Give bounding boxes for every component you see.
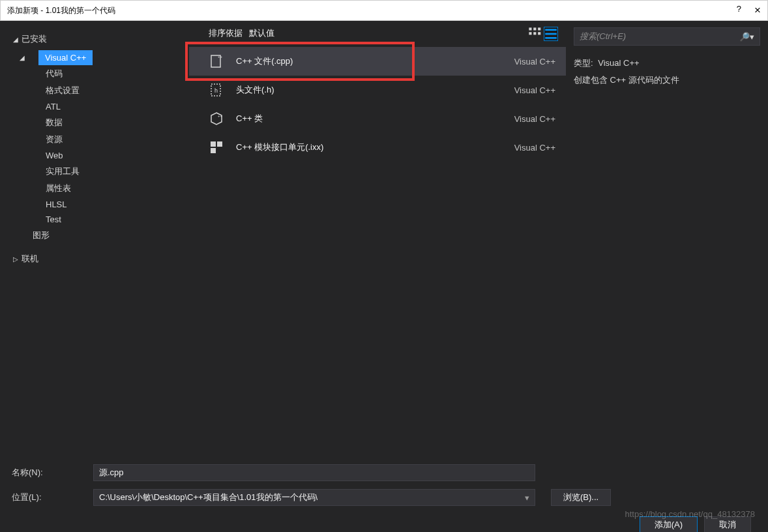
name-input[interactable]: 源.cpp xyxy=(93,464,535,481)
bottom-form: 名称(N): 源.cpp 位置(L): C:\Users\小敏\Desktop\… xyxy=(0,456,768,532)
template-module[interactable]: C++ 模块接口单元(.ixx) Visual C++ xyxy=(189,133,566,162)
search-placeholder: 搜索(Ctrl+E) xyxy=(580,31,739,42)
sidebar-item-hlsl[interactable]: HLSL xyxy=(8,197,189,212)
action-buttons: 添加(A) 取消 xyxy=(12,516,756,532)
search-icon: 🔎▾ xyxy=(739,32,754,42)
svg-rect-3 xyxy=(529,32,531,35)
sidebar-item-resource[interactable]: 资源 xyxy=(8,131,189,148)
template-topbar: 排序依据 默认值 xyxy=(189,21,566,47)
online-label: 联机 xyxy=(22,253,38,265)
svg-rect-1 xyxy=(533,27,536,30)
svg-rect-5 xyxy=(538,32,540,35)
sidebar-item-graphics[interactable]: 图形 xyxy=(8,227,189,244)
category-sidebar: ◢ 已安装 ◢ Visual C++ 代码 格式设置 ATL 数据 资源 Web… xyxy=(0,21,189,456)
name-label: 名称(N): xyxy=(12,467,93,479)
svg-text:++: ++ xyxy=(218,114,223,118)
sidebar-item-property[interactable]: 属性表 xyxy=(8,180,189,197)
sidebar-item-atl[interactable]: ATL xyxy=(8,99,189,114)
location-label: 位置(L): xyxy=(12,492,93,503)
location-row: 位置(L): C:\Users\小敏\Desktop\C++项目集合\1.01我… xyxy=(12,489,756,506)
template-list: ++ C++ 文件(.cpp) Visual C++ h 头文件(.h) Vis… xyxy=(189,47,566,456)
cpp-file-icon: ++ xyxy=(209,53,224,69)
template-name: C++ 模块接口单元(.ixx) xyxy=(236,141,503,153)
window-title: 添加新项 - 1.01我的第一个代码 xyxy=(7,5,737,16)
window-controls: ? × xyxy=(737,4,761,17)
description-panel: 搜索(Ctrl+E) 🔎▾ 类型: Visual C++ 创建包含 C++ 源代… xyxy=(566,21,768,456)
cancel-button[interactable]: 取消 xyxy=(704,516,751,532)
svg-rect-0 xyxy=(529,27,531,30)
template-cpp-class[interactable]: ++ C++ 类 Visual C++ xyxy=(189,104,566,133)
close-button[interactable]: × xyxy=(754,4,761,17)
template-lang: Visual C++ xyxy=(514,57,555,66)
svg-rect-6 xyxy=(545,29,557,31)
search-input[interactable]: 搜索(Ctrl+E) 🔎▾ xyxy=(574,27,760,46)
type-value: Visual C++ xyxy=(598,58,639,68)
svg-rect-2 xyxy=(538,27,540,30)
sidebar-item-label: Visual C++ xyxy=(45,53,86,63)
chevron-down-icon: ▾ xyxy=(525,493,529,503)
browse-button[interactable]: 浏览(B)... xyxy=(551,489,611,506)
type-label: 类型: xyxy=(574,58,593,68)
template-name: C++ 文件(.cpp) xyxy=(236,55,503,67)
template-name: 头文件(.h) xyxy=(236,84,503,96)
sidebar-item-format[interactable]: 格式设置 xyxy=(8,82,189,99)
svg-rect-17 xyxy=(211,148,216,153)
help-button[interactable]: ? xyxy=(737,4,741,17)
template-lang: Visual C++ xyxy=(514,85,555,95)
add-button[interactable]: 添加(A) xyxy=(640,516,698,532)
template-panel: 排序依据 默认值 ++ C++ 文件(.cpp) Visual C++ xyxy=(189,21,566,456)
template-lang: Visual C++ xyxy=(514,114,555,124)
chevron-down-icon: ◢ xyxy=(20,54,25,61)
svg-text:h: h xyxy=(214,87,218,94)
titlebar: 添加新项 - 1.01我的第一个代码 ? × xyxy=(0,0,768,21)
sidebar-item-web[interactable]: Web xyxy=(8,148,189,163)
svg-rect-8 xyxy=(545,37,557,39)
cpp-class-icon: ++ xyxy=(209,111,224,126)
sidebar-item-code[interactable]: 代码 xyxy=(8,65,189,82)
template-h-file[interactable]: h 头文件(.h) Visual C++ xyxy=(189,76,566,104)
content-area: ◢ 已安装 ◢ Visual C++ 代码 格式设置 ATL 数据 资源 Web… xyxy=(0,21,768,456)
svg-rect-7 xyxy=(545,33,557,35)
chevron-right-icon: ▷ xyxy=(13,256,18,263)
svg-rect-16 xyxy=(217,141,222,147)
online-root[interactable]: ▷ 联机 xyxy=(8,250,189,267)
chevron-down-icon: ◢ xyxy=(13,36,18,43)
template-cpp-file[interactable]: ++ C++ 文件(.cpp) Visual C++ xyxy=(189,47,566,76)
grid-view-icon[interactable] xyxy=(528,27,542,41)
svg-text:++: ++ xyxy=(218,55,223,59)
sidebar-item-utility[interactable]: 实用工具 xyxy=(8,163,189,180)
installed-root[interactable]: ◢ 已安装 xyxy=(8,31,189,48)
description-text: 创建包含 C++ 源代码的文件 xyxy=(574,74,760,86)
template-name: C++ 类 xyxy=(236,113,503,125)
sort-label: 排序依据 默认值 xyxy=(209,27,274,39)
sidebar-item-visual-cpp[interactable]: Visual C++ xyxy=(38,50,93,65)
sidebar-item-test[interactable]: Test xyxy=(8,212,189,227)
template-lang: Visual C++ xyxy=(514,143,555,153)
svg-rect-4 xyxy=(533,32,536,35)
location-input[interactable]: C:\Users\小敏\Desktop\C++项目集合\1.01我的第一个代码\… xyxy=(93,489,535,506)
list-view-icon[interactable] xyxy=(544,27,558,41)
module-icon xyxy=(209,140,224,155)
installed-label: 已安装 xyxy=(22,33,47,45)
type-line: 类型: Visual C++ xyxy=(574,57,760,69)
svg-rect-15 xyxy=(211,141,216,147)
sidebar-item-data[interactable]: 数据 xyxy=(8,114,189,131)
view-mode-icons xyxy=(528,27,558,41)
h-file-icon: h xyxy=(209,82,224,98)
name-row: 名称(N): 源.cpp xyxy=(12,464,756,481)
